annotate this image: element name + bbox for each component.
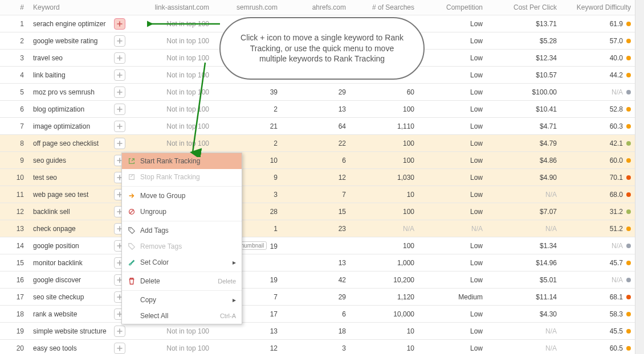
cell-searches: 60 — [350, 84, 419, 101]
cell-index: 14 — [0, 237, 28, 254]
col-index[interactable]: # — [0, 0, 28, 15]
submenu-arrow-icon: ▸ — [233, 258, 236, 266]
cell-keyword: google position — [28, 237, 114, 254]
add-to-tracking-button[interactable] — [114, 343, 125, 354]
menu-select-all[interactable]: Select All Ctrl-A — [122, 308, 242, 324]
add-to-tracking-button[interactable] — [114, 87, 125, 98]
col-competition[interactable]: Competition — [419, 0, 487, 15]
table-header-row: # Keyword link-assistant.com semrush.com… — [0, 0, 635, 15]
trash-icon — [128, 277, 136, 285]
cell-cpc: $5.28 — [487, 32, 561, 50]
cell-competition: Low — [419, 84, 487, 101]
col-keyword[interactable]: Keyword — [28, 0, 131, 15]
brush-icon — [128, 258, 136, 266]
cell-competition: Low — [419, 323, 487, 340]
menu-label: Select All — [140, 312, 215, 320]
difficulty-dot-icon — [626, 56, 631, 60]
cell-link-assistant: Not in top 100 — [131, 32, 214, 50]
col-link-assistant[interactable]: link-assistant.com — [131, 0, 214, 15]
cell-link-assistant: Not in top 100 — [131, 67, 214, 84]
col-ahrefs[interactable]: ahrefs.com — [282, 0, 350, 15]
menu-add-tags[interactable]: Add Tags — [122, 223, 242, 238]
table-row[interactable]: 7image optimizationNot in top 10021641,1… — [0, 118, 635, 135]
cell-index: 3 — [0, 50, 28, 67]
cell-searches: 100 — [350, 101, 419, 118]
cell-cpc: $14.96 — [487, 254, 561, 271]
cell-competition: Low — [419, 67, 487, 84]
difficulty-dot-icon — [626, 278, 631, 282]
menu-label: Ungroup — [140, 208, 236, 216]
cell-cpc: $11.14 — [487, 289, 561, 306]
cell-index: 12 — [0, 203, 28, 220]
cell-difficulty: 44.2 — [561, 67, 635, 84]
add-to-tracking-button[interactable] — [114, 104, 125, 115]
cell-index: 1 — [0, 15, 28, 32]
table-row[interactable]: 14google positionThumbnail 17Thumbnail 1… — [0, 237, 635, 254]
difficulty-dot-icon — [626, 107, 631, 112]
tag-remove-icon — [128, 242, 136, 250]
menu-start-rank-tracking[interactable]: Start Rank Tracking — [122, 153, 242, 169]
table-row[interactable]: 19simple website structureNot in top 100… — [0, 323, 635, 340]
ungroup-icon — [128, 208, 136, 216]
add-to-tracking-button[interactable] — [114, 35, 125, 47]
table-row[interactable]: 5moz pro vs semrushNot in top 100392960L… — [0, 84, 635, 101]
add-to-tracking-button[interactable] — [114, 18, 125, 30]
col-difficulty[interactable]: Keyword Difficulty — [561, 0, 635, 15]
cell-difficulty: 45.7 — [561, 254, 635, 271]
table-row[interactable]: 20easy seo toolsNot in top 10012310LowN/… — [0, 340, 635, 355]
add-to-tracking-button[interactable] — [114, 138, 125, 149]
col-searches[interactable]: # of Searches — [350, 0, 419, 15]
cell-difficulty: 60.3 — [561, 118, 635, 135]
difficulty-dot-icon — [626, 90, 631, 94]
menu-label: Copy — [140, 296, 228, 304]
shortcut: Ctrl-A — [220, 312, 236, 319]
cell-searches: 1,110 — [350, 118, 419, 135]
table-row[interactable]: 11web page seo test3710LowN/A68.0 — [0, 186, 635, 203]
cell-index: 10 — [0, 169, 28, 186]
plus-icon — [117, 55, 123, 61]
move-icon — [128, 192, 136, 200]
plus-icon — [117, 141, 123, 146]
table-row[interactable]: 12backlink sell2815100Low$7.0731.2 — [0, 203, 635, 220]
table-row[interactable]: 9seo guides106100Low$4.8660.0 — [0, 152, 635, 169]
add-to-tracking-button[interactable] — [114, 52, 125, 64]
menu-copy[interactable]: Copy ▸ — [122, 292, 242, 308]
table-row[interactable]: 13check onpage123N/AN/AN/A51.2 — [0, 220, 635, 237]
cell-cpc: N/A — [487, 323, 561, 340]
menu-ungroup[interactable]: Ungroup — [122, 204, 242, 220]
cell-cpc: $4.90 — [487, 169, 561, 186]
scrollbar[interactable] — [635, 0, 644, 354]
table-row[interactable]: 10test seo9121,030Low$4.9070.1 — [0, 169, 635, 186]
add-to-tracking-button[interactable] — [114, 69, 125, 81]
cell-keyword: web page seo test — [28, 186, 114, 203]
menu-set-color[interactable]: Set Color ▸ — [122, 254, 242, 270]
cell-ahrefs: 7 — [282, 186, 350, 203]
menu-move-to-group[interactable]: Move to Group — [122, 188, 242, 204]
difficulty-dot-icon — [626, 244, 631, 248]
table-row[interactable]: 6blog optimizationNot in top 100213100Lo… — [0, 101, 635, 118]
cell-index: 18 — [0, 306, 28, 323]
col-cpc[interactable]: Cost Per Click — [487, 0, 561, 15]
cell-cpc: $5.01 — [487, 271, 561, 289]
cell-difficulty: 58.3 — [561, 306, 635, 323]
cell-competition: Low — [419, 203, 487, 220]
cell-keyword: test seo — [28, 169, 114, 186]
cell-cpc: $10.41 — [487, 101, 561, 118]
cell-keyword: backlink sell — [28, 203, 114, 220]
add-to-tracking-button[interactable] — [114, 326, 125, 337]
cell-competition: Low — [419, 254, 487, 271]
cell-difficulty: 60.0 — [561, 152, 635, 169]
cell-competition: Low — [419, 237, 487, 254]
table-row[interactable]: 18rank a website17610,000Low$4.3058.3 — [0, 306, 635, 323]
menu-delete[interactable]: Delete Delete — [122, 273, 242, 289]
table-row[interactable]: 15monitor backlinkThumbnail 2131,000Low$… — [0, 254, 635, 271]
table-row[interactable]: 8off page seo checklistNot in top 100222… — [0, 135, 635, 152]
col-semrush[interactable]: semrush.com — [214, 0, 282, 15]
difficulty-dot-icon — [626, 209, 631, 214]
table-row[interactable]: 16google discover194210,200Low$5.01N/A — [0, 271, 635, 289]
cell-competition: N/A — [419, 220, 487, 237]
callout-text: Click + icon to move a single keyword to… — [238, 32, 406, 65]
table-row[interactable]: 17seo site checkup7291,120Medium$11.1468… — [0, 289, 635, 306]
add-to-tracking-button[interactable] — [114, 121, 125, 132]
cell-cpc: $4.30 — [487, 306, 561, 323]
